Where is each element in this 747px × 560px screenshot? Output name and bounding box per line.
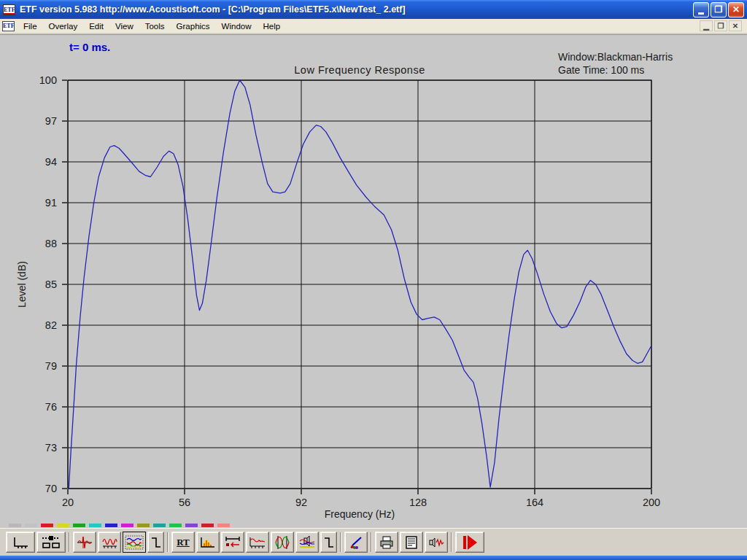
clipped-icon-fragment	[137, 524, 150, 527]
svg-text:92: 92	[295, 497, 307, 508]
rt-button[interactable]: RT	[171, 532, 195, 553]
svg-text:88: 88	[45, 238, 57, 249]
speaker-measure-button[interactable]	[425, 532, 448, 553]
energy-decay-icon	[199, 535, 217, 550]
response-curve-button[interactable]	[246, 532, 269, 553]
clipped-toolbar-strip	[9, 524, 230, 527]
x-axis-title: Frequency (Hz)	[68, 508, 651, 520]
svg-text:94: 94	[45, 156, 57, 168]
phase-waves-button[interactable]	[271, 532, 294, 553]
axis-scale-icon	[11, 535, 30, 550]
pencil-edit-icon	[347, 535, 365, 550]
rt-label: RT	[177, 537, 190, 548]
time-span-button[interactable]	[221, 532, 244, 553]
gate-marker2-icon	[323, 535, 335, 550]
play-measure-button[interactable]	[455, 532, 484, 553]
svg-text:56: 56	[179, 497, 190, 508]
clipped-icon-fragment	[201, 524, 214, 527]
notes-button[interactable]	[400, 532, 423, 553]
sine-ripple-icon	[101, 535, 118, 550]
pencil-edit-button[interactable]	[344, 532, 368, 553]
svg-text:91: 91	[45, 197, 57, 209]
speaker-curves-button[interactable]	[295, 532, 319, 553]
svg-text:73: 73	[45, 442, 57, 454]
svg-text:70: 70	[45, 483, 57, 494]
sine-ripple-button[interactable]	[98, 532, 121, 553]
clipped-icon-fragment	[121, 524, 133, 527]
measurement-meta: Window:Blackman-Harris Gate Time: 100 ms	[558, 50, 673, 77]
svg-text:100: 100	[39, 74, 57, 86]
y-axis-title: Level (dB)	[16, 261, 28, 308]
clipped-icon-fragment	[25, 524, 37, 527]
window-function-label: Window:Blackman-Harris	[558, 50, 673, 63]
clipped-icon-fragment	[73, 524, 85, 527]
frequency-response-chart: 10097949188858279767370205692128164200	[0, 0, 747, 560]
svg-text:79: 79	[45, 360, 57, 372]
svg-text:164: 164	[526, 497, 543, 508]
svg-text:200: 200	[643, 497, 660, 508]
phase-waves-icon	[274, 535, 291, 550]
printer-icon	[378, 535, 395, 550]
response-curve-icon	[249, 535, 266, 550]
toolbar-separator	[340, 532, 341, 552]
play-measure-icon	[460, 534, 480, 551]
clipped-icon-fragment	[217, 524, 230, 527]
multi-curve-view-icon	[125, 535, 144, 550]
application-window: ETF ETF version 5.983 http://www.Acousti…	[0, 0, 747, 560]
svg-text:97: 97	[45, 115, 57, 127]
svg-text:20: 20	[62, 497, 74, 508]
multi-curve-view-button[interactable]	[123, 532, 146, 553]
svg-text:82: 82	[45, 319, 57, 331]
window-bottom-border	[0, 556, 747, 560]
clipped-icon-fragment	[57, 524, 69, 527]
gate-marker-button[interactable]	[147, 532, 164, 553]
toolbar-separator	[451, 532, 452, 552]
svg-text:85: 85	[45, 279, 57, 290]
document-notes-icon	[403, 535, 420, 550]
speaker-curves-icon	[298, 535, 316, 550]
svg-text:128: 128	[409, 497, 427, 508]
speaker-measure-icon	[427, 535, 445, 550]
impulse-response-icon	[76, 535, 93, 550]
axis-scale-button[interactable]	[6, 532, 35, 553]
print-button[interactable]	[375, 532, 398, 553]
slider-panels-icon	[41, 535, 61, 550]
toolbar-separator	[167, 532, 169, 552]
gate-marker2-button[interactable]	[320, 532, 337, 553]
bottom-toolbar: RT	[0, 528, 747, 556]
energy-decay-button[interactable]	[196, 532, 220, 553]
toolbar-separator	[69, 532, 70, 552]
clipped-icon-fragment	[9, 524, 21, 527]
toolbar-separator	[371, 532, 372, 552]
clipped-icon-fragment	[89, 524, 101, 527]
slider-panels-button[interactable]	[36, 532, 66, 553]
gate-time-label: Gate Time: 100 ms	[558, 63, 673, 77]
time-span-icon	[224, 535, 241, 550]
time-annotation: t= 0 ms.	[69, 41, 110, 53]
clipped-icon-fragment	[41, 524, 53, 527]
svg-text:76: 76	[45, 401, 57, 413]
clipped-icon-fragment	[153, 524, 166, 527]
clipped-icon-fragment	[169, 524, 182, 527]
clipped-icon-fragment	[185, 524, 198, 527]
gate-marker-icon	[150, 535, 162, 550]
clipped-icon-fragment	[105, 524, 117, 527]
impulse-response-button[interactable]	[73, 532, 96, 553]
